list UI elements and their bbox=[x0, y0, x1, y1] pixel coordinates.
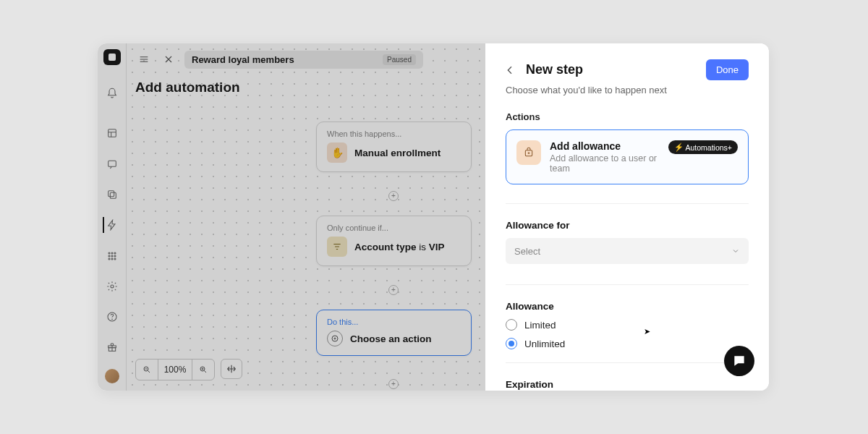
app-window: Reward loyal members Paused Add automati… bbox=[98, 43, 769, 391]
layout-icon[interactable] bbox=[103, 125, 121, 141]
select-placeholder: Select bbox=[514, 246, 540, 257]
copy-icon[interactable] bbox=[103, 187, 121, 203]
bell-icon[interactable] bbox=[103, 85, 121, 101]
panel-title: New step bbox=[526, 62, 583, 77]
zoom-in-button[interactable] bbox=[192, 359, 214, 380]
allowance-for-select[interactable]: Select bbox=[506, 238, 749, 264]
radio-unlimited[interactable]: Unlimited bbox=[506, 338, 749, 349]
svg-point-5 bbox=[111, 252, 113, 254]
trigger-title: Manual enrollment bbox=[354, 148, 441, 158]
svg-rect-0 bbox=[108, 129, 116, 137]
gear-icon[interactable] bbox=[103, 278, 121, 295]
svg-rect-2 bbox=[110, 192, 116, 198]
grid-icon[interactable] bbox=[103, 247, 121, 265]
action-label: Do this... bbox=[327, 318, 461, 326]
done-button[interactable]: Done bbox=[706, 59, 749, 80]
add-step-button[interactable]: + bbox=[388, 285, 399, 295]
breadcrumb[interactable]: Reward loyal members Paused bbox=[184, 51, 423, 69]
target-icon bbox=[327, 331, 343, 346]
automations-plus-badge: ⚡ Automations+ bbox=[668, 140, 739, 154]
radio-label: Limited bbox=[524, 320, 556, 331]
filter-icon bbox=[327, 237, 347, 257]
cursor-icon: ➤ bbox=[644, 327, 650, 336]
svg-rect-3 bbox=[108, 190, 114, 196]
action-node[interactable]: Do this... Choose an action bbox=[316, 310, 472, 356]
zoom-level: 100% bbox=[158, 359, 192, 380]
actions-section-label: Actions bbox=[506, 111, 749, 122]
svg-point-12 bbox=[114, 258, 116, 260]
trigger-node[interactable]: When this happens... ✋ Manual enrollment bbox=[316, 122, 472, 172]
panel-subtitle: Choose what you'd like to happen next bbox=[506, 85, 749, 95]
svg-point-10 bbox=[109, 258, 110, 260]
condition-node[interactable]: Only continue if... Account type is VIP bbox=[316, 216, 472, 266]
page-title: Add automation bbox=[135, 80, 240, 95]
chat-icon[interactable] bbox=[103, 156, 121, 171]
user-avatar[interactable] bbox=[105, 369, 119, 383]
help-icon[interactable] bbox=[103, 308, 121, 326]
menu-icon[interactable] bbox=[135, 51, 153, 68]
breadcrumb-title: Reward loyal members bbox=[192, 54, 294, 65]
svg-point-19 bbox=[334, 338, 336, 339]
radio-icon bbox=[506, 338, 517, 349]
trigger-label: When this happens... bbox=[327, 129, 461, 138]
close-icon[interactable] bbox=[160, 51, 177, 68]
action-card-title: Add allowance bbox=[550, 140, 660, 152]
add-step-button[interactable]: + bbox=[388, 379, 399, 389]
chevron-down-icon bbox=[731, 247, 740, 255]
action-title: Choose an action bbox=[350, 333, 432, 344]
svg-rect-1 bbox=[108, 161, 116, 166]
svg-point-8 bbox=[111, 255, 113, 257]
action-card-desc: Add allowance to a user or team bbox=[550, 153, 660, 174]
svg-point-7 bbox=[109, 255, 110, 257]
divider bbox=[506, 203, 749, 204]
status-badge: Paused bbox=[383, 54, 416, 65]
svg-point-13 bbox=[111, 285, 114, 288]
chat-fab[interactable] bbox=[724, 346, 754, 376]
left-nav-rail bbox=[98, 43, 127, 391]
bolt-icon[interactable] bbox=[103, 217, 120, 233]
divider bbox=[506, 284, 749, 285]
svg-point-4 bbox=[109, 252, 110, 254]
allowance-label: Allowance bbox=[506, 301, 749, 312]
bolt-icon: ⚡ bbox=[674, 142, 684, 152]
condition-label: Only continue if... bbox=[327, 224, 461, 232]
allowance-for-label: Allowance for bbox=[506, 220, 749, 231]
radio-label: Unlimited bbox=[524, 339, 565, 349]
svg-point-11 bbox=[111, 258, 113, 260]
gift-icon[interactable] bbox=[103, 339, 121, 356]
zoom-controls: 100% bbox=[135, 359, 242, 380]
hand-icon: ✋ bbox=[327, 142, 347, 163]
back-button[interactable] bbox=[503, 63, 517, 77]
divider bbox=[506, 362, 749, 363]
svg-point-18 bbox=[332, 336, 338, 341]
app-logo[interactable] bbox=[103, 49, 121, 65]
action-card-add-allowance[interactable]: Add allowance Add allowance to a user or… bbox=[506, 129, 749, 184]
step-panel: New step Done Choose what you'd like to … bbox=[485, 43, 769, 391]
expiration-label: Expiration bbox=[506, 379, 749, 390]
radio-icon bbox=[506, 319, 517, 331]
pan-button[interactable] bbox=[221, 359, 242, 379]
svg-point-15 bbox=[111, 319, 112, 320]
add-step-button[interactable]: + bbox=[388, 191, 399, 201]
radio-limited[interactable]: Limited bbox=[506, 319, 749, 331]
svg-point-9 bbox=[114, 255, 116, 257]
svg-point-6 bbox=[114, 252, 116, 254]
zoom-out-button[interactable] bbox=[136, 359, 158, 380]
allowance-icon bbox=[516, 140, 541, 165]
condition-text: Account type is VIP bbox=[354, 242, 445, 252]
